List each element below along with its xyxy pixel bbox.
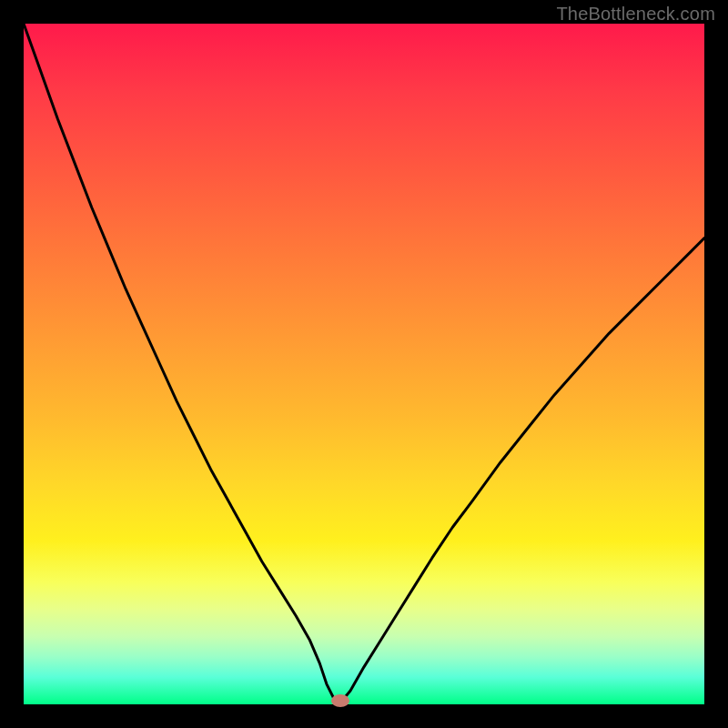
watermark-text: TheBottleneck.com — [556, 4, 715, 25]
curve-svg — [24, 24, 704, 704]
bottleneck-curve — [24, 24, 704, 703]
plot-area — [24, 24, 704, 704]
chart-frame: TheBottleneck.com — [0, 0, 728, 728]
min-marker — [331, 694, 349, 707]
